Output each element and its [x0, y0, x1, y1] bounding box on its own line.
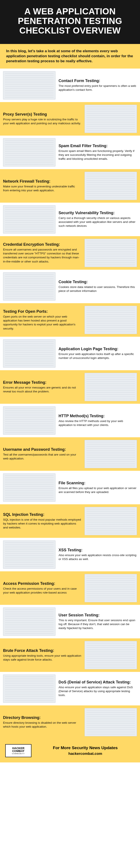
section-title: Spam Email Filter Testing: — [59, 144, 137, 148]
section-desc: Check the access permissions of your use… — [3, 587, 81, 595]
screenshot-thumbnail — [85, 172, 137, 200]
section-text: Access Permission Testing:Check the acce… — [3, 581, 81, 595]
screenshot-thumbnail — [3, 608, 55, 636]
screenshot-thumbnail — [85, 641, 137, 669]
section-title: Directory Browsing: — [3, 715, 81, 720]
screenshot-thumbnail — [3, 272, 55, 301]
screenshot-thumbnail — [85, 239, 137, 267]
section-title: Network Firewall Testing: — [3, 179, 81, 184]
section-title: XSS Testing: — [59, 548, 137, 552]
logo-line-2: COMBAT — [12, 750, 24, 752]
footer-link[interactable]: hackercombat.com — [36, 751, 135, 756]
section-desc: Ensure all usernames and passwords are e… — [3, 248, 81, 264]
screenshot-thumbnail — [3, 473, 55, 502]
checklist-section: Credential Encryption Testing:Ensure all… — [0, 236, 140, 270]
logo-line-1: HACKER — [12, 747, 24, 750]
section-text: Brute Force Attack Testing:Using appropr… — [3, 648, 81, 662]
logo: HACKER COMBAT COMMUNITY — [5, 744, 31, 757]
sections-container: Contact Form Testing:The most preferred … — [0, 68, 140, 739]
header: A WEB APPLICATION PENETRATION TESTING CH… — [0, 0, 140, 44]
footer: HACKER COMBAT COMMUNITY For More Securit… — [0, 739, 140, 763]
section-title: Contact Form Testing: — [59, 79, 137, 83]
checklist-section: HTTP Method(s) Testing:Also review the H… — [0, 404, 140, 437]
section-title: Testing For Open Ports: — [3, 309, 81, 314]
section-desc: Ensure your web application locks itself… — [59, 352, 137, 360]
footer-line-1: For More Security News Updates — [36, 745, 135, 750]
section-title: DoS (Denial of Service) Attack Testing: — [59, 680, 137, 684]
checklist-section: File Scanning:Ensure all files you uploa… — [0, 471, 140, 504]
section-text: XSS Testing:Also ensure your web applica… — [59, 548, 137, 561]
section-title: Credential Encryption Testing: — [3, 242, 81, 247]
screenshot-thumbnail — [85, 708, 137, 736]
checklist-section: Access Permission Testing:Check the acce… — [0, 571, 140, 605]
page-title: A WEB APPLICATION PENETRATION TESTING CH… — [4, 6, 136, 35]
section-text: DoS (Denial of Service) Attack Testing:A… — [59, 680, 137, 698]
screenshot-thumbnail — [3, 205, 55, 234]
screenshot-thumbnail — [3, 71, 55, 99]
section-title: HTTP Method(s) Testing: — [59, 414, 137, 418]
section-text: User Session Testing:This is very import… — [59, 613, 137, 630]
section-text: Credential Encryption Testing:Ensure all… — [3, 242, 81, 264]
section-title: Brute Force Attack Testing: — [3, 648, 81, 653]
checklist-section: Cookie Testing:Cookies store data relate… — [0, 270, 140, 303]
screenshot-thumbnail — [3, 339, 55, 368]
checklist-section: Network Firewall Testing:Make sure your … — [0, 169, 140, 203]
checklist-section: SQL Injection Testing:SQL injection is o… — [0, 504, 140, 538]
section-desc: The most preferred entry point for spamm… — [59, 84, 137, 92]
section-text: Security Vulnerability Testing:Carry out… — [59, 211, 137, 228]
section-title: Username and Password Testing: — [3, 447, 81, 452]
screenshot-thumbnail — [3, 675, 55, 703]
checklist-section: Error Message Testing:Ensures all your e… — [0, 370, 140, 404]
checklist-section: Application Login Page Testing:Ensure yo… — [0, 337, 140, 370]
section-desc: This is very important. Ensure that user… — [59, 618, 137, 630]
section-text: Cookie Testing:Cookies store data relate… — [59, 280, 137, 293]
section-title: SQL Injection Testing: — [3, 513, 81, 517]
checklist-section: Username and Password Testing:Test all t… — [0, 437, 140, 471]
section-desc: Using appropriate testing tools, ensure … — [3, 654, 81, 662]
section-title: Access Permission Testing: — [3, 581, 81, 586]
section-desc: Test all the usernames/passwords that ar… — [3, 453, 81, 461]
section-text: HTTP Method(s) Testing:Also review the H… — [59, 414, 137, 427]
checklist-section: Proxy Server(s) TestingProxy servers pla… — [0, 102, 140, 135]
section-desc: Ensure all files you upload to your web … — [59, 486, 137, 494]
section-desc: Cookies store data related to user sessi… — [59, 285, 137, 293]
screenshot-thumbnail — [85, 105, 137, 133]
intro-text: In this blog, let's take a look at some … — [6, 49, 134, 64]
screenshot-thumbnail — [85, 507, 137, 535]
footer-text: For More Security News Updates hackercom… — [36, 745, 135, 756]
checklist-section: DoS (Denial of Service) Attack Testing:A… — [0, 672, 140, 705]
section-text: Testing For Open Ports:Open ports on the… — [3, 309, 81, 331]
section-desc: Carry out a thorough security check on v… — [59, 216, 137, 228]
section-title: Security Vulnerability Testing: — [59, 211, 137, 215]
screenshot-thumbnail — [85, 306, 137, 334]
section-title: Application Login Page Testing: — [59, 347, 137, 351]
checklist-section: XSS Testing:Also ensure your web applica… — [0, 538, 140, 571]
checklist-section: Brute Force Attack Testing:Using appropr… — [0, 639, 140, 672]
screenshot-thumbnail — [85, 440, 137, 468]
section-text: Directory Browsing:Ensure directory brow… — [3, 715, 81, 729]
section-text: Contact Form Testing:The most preferred … — [59, 79, 137, 92]
screenshot-thumbnail — [85, 373, 137, 401]
checklist-section: Spam Email Filter Testing:Ensure spam em… — [0, 135, 140, 169]
section-desc: Also review the HTTP methods used by you… — [59, 419, 137, 427]
screenshot-thumbnail — [3, 540, 55, 569]
screenshot-thumbnail — [3, 406, 55, 435]
section-title: Proxy Server(s) Testing — [3, 112, 81, 117]
section-text: SQL Injection Testing:SQL injection is o… — [3, 513, 81, 530]
screenshot-thumbnail — [85, 574, 137, 602]
section-text: File Scanning:Ensure all files you uploa… — [59, 481, 137, 494]
checklist-section: Security Vulnerability Testing:Carry out… — [0, 203, 140, 236]
section-desc: Open ports on the web server on which yo… — [3, 315, 81, 331]
section-desc: Make sure your firewall is preventing un… — [3, 185, 81, 192]
section-text: Network Firewall Testing:Make sure your … — [3, 179, 81, 192]
section-text: Application Login Page Testing:Ensure yo… — [59, 347, 137, 360]
screenshot-thumbnail — [3, 138, 55, 166]
section-text: Error Message Testing:Ensures all your e… — [3, 380, 81, 394]
checklist-section: Directory Browsing:Ensure directory brow… — [0, 705, 140, 739]
section-text: Proxy Server(s) TestingProxy servers pla… — [3, 112, 81, 125]
section-text: Spam Email Filter Testing:Ensure spam em… — [59, 144, 137, 161]
checklist-section: User Session Testing:This is very import… — [0, 605, 140, 639]
checklist-section: Contact Form Testing:The most preferred … — [0, 68, 140, 102]
section-desc: Ensure directory browsing is disabled on… — [3, 721, 81, 729]
section-desc: Also ensure your web application resists… — [59, 553, 137, 561]
